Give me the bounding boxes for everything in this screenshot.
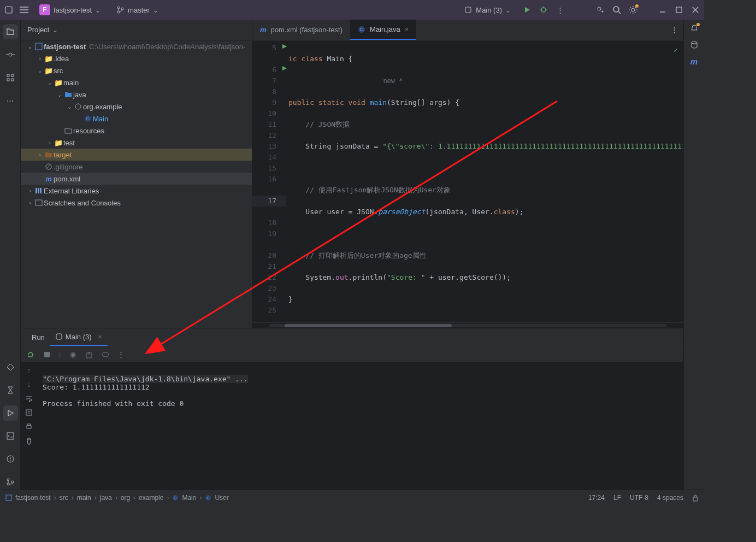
indent[interactable]: 4 spaces <box>657 494 683 502</box>
project-panel: Project ⌄fastjson-testC:\Users\whoami\De… <box>21 20 252 328</box>
crumb[interactable]: java <box>100 494 117 502</box>
svg-point-33 <box>10 460 11 461</box>
layout-icon[interactable] <box>101 350 110 359</box>
svg-marker-29 <box>8 410 13 416</box>
crumb[interactable]: example <box>139 494 169 502</box>
tree-item-package[interactable]: ⌄org.example <box>21 101 252 113</box>
down-icon[interactable]: ↓ <box>25 380 33 388</box>
code-body[interactable]: ic class Main { new * public static void… <box>286 40 683 322</box>
print-icon[interactable] <box>25 422 33 431</box>
project-tree[interactable]: ⌄fastjson-testC:\Users\whoami\Desktop\Co… <box>21 40 252 209</box>
terminal-tool-button[interactable] <box>3 428 18 444</box>
editor-more-icon[interactable]: ⋮ <box>671 26 678 34</box>
commit-tool-button[interactable] <box>3 47 18 62</box>
up-icon[interactable]: ↑ <box>25 366 33 374</box>
vcs-branch-selector[interactable]: master <box>111 4 163 16</box>
crumb[interactable]: main <box>77 494 97 502</box>
soft-wrap-icon[interactable] <box>25 394 33 403</box>
svg-rect-7 <box>465 7 471 13</box>
code-editor[interactable]: ✓ 5 6 78910111213141516 17 1819 20212223… <box>252 40 683 322</box>
horizontal-scrollbar[interactable] <box>252 322 683 328</box>
maven-tool-icon[interactable]: m <box>690 57 698 66</box>
tree-item-main[interactable]: ⌄📁main <box>21 76 252 89</box>
close-icon[interactable]: × <box>98 333 103 341</box>
maximize-icon[interactable] <box>675 5 683 14</box>
vcs-tool-button[interactable] <box>3 474 18 490</box>
svg-rect-37 <box>36 43 42 50</box>
project-selector[interactable]: F fastjson-test <box>35 3 105 17</box>
svg-rect-43 <box>36 188 37 193</box>
tab-pom[interactable]: mpom.xml (fastjson-test) <box>252 20 350 40</box>
run-tool-button[interactable] <box>3 405 18 421</box>
tree-item-resources[interactable]: resources <box>21 125 252 137</box>
svg-rect-56 <box>26 410 32 415</box>
search-icon[interactable] <box>612 5 621 14</box>
run-config-selector[interactable]: Main (3) <box>459 4 515 16</box>
debug-icon[interactable] <box>539 5 548 14</box>
crumb[interactable]: fastjson-test <box>15 494 56 502</box>
crumb[interactable]: org <box>121 494 135 502</box>
trash-icon[interactable] <box>25 437 33 445</box>
breadcrumbs[interactable]: fastjson-test src main java org example … <box>5 494 585 502</box>
settings-icon[interactable] <box>629 5 637 14</box>
scroll-to-end-icon[interactable] <box>25 408 33 417</box>
database-icon[interactable] <box>690 40 699 49</box>
svg-rect-0 <box>5 7 12 13</box>
crumb[interactable]: Main <box>182 494 202 502</box>
caret-position[interactable]: 17:24 <box>588 494 605 502</box>
tree-item-java[interactable]: ⌄java <box>21 89 252 101</box>
services-tool-button[interactable] <box>3 360 18 375</box>
status-bar: fastjson-test src main java org example … <box>0 490 704 505</box>
tree-item-pom[interactable]: mpom.xml <box>21 173 252 185</box>
structure-tool-button[interactable] <box>3 70 18 85</box>
tree-root[interactable]: ⌄fastjson-testC:\Users\whoami\Desktop\Co… <box>21 40 252 52</box>
app-menu-icon[interactable] <box>4 5 13 14</box>
stop-icon[interactable] <box>43 350 51 359</box>
tree-item-idea[interactable]: 📁.idea <box>21 52 252 64</box>
tree-item-gitignore[interactable]: .gitignore <box>21 161 252 173</box>
minimize-icon[interactable] <box>658 5 667 14</box>
tab-main-java[interactable]: CMain.java× <box>350 20 416 40</box>
build-tool-button[interactable] <box>3 382 18 398</box>
tree-item-test[interactable]: 📁test <box>21 137 252 149</box>
more-icon[interactable]: ⋮ <box>556 5 564 14</box>
problems-tool-button[interactable] <box>3 451 18 467</box>
run-panel: Run Main (3)× | ◉ ⋮ ↑ ↓ <box>21 328 683 490</box>
chevron-down-icon[interactable] <box>52 26 58 34</box>
branch-name: master <box>128 6 150 14</box>
svg-point-34 <box>7 479 9 481</box>
chevron-down-icon <box>95 6 101 14</box>
titlebar: F fastjson-test master Main (3) ⋮ <box>0 0 704 20</box>
more-tool-button[interactable]: ⋯ <box>3 93 18 108</box>
tree-item-src[interactable]: ⌄📁src <box>21 64 252 76</box>
run-output[interactable]: "C:\Program Files\Java\jdk-1.8\bin\java.… <box>37 362 683 490</box>
encoding[interactable]: UTF-8 <box>630 494 648 502</box>
project-tool-button[interactable] <box>3 24 18 39</box>
svg-text:C: C <box>207 496 210 500</box>
readonly-icon[interactable] <box>692 494 699 502</box>
code-with-me-icon[interactable] <box>596 5 605 14</box>
tree-item-ext-libs[interactable]: External Libraries <box>21 185 252 197</box>
run-icon[interactable] <box>523 5 531 14</box>
run-more-icon[interactable]: ⋮ <box>117 350 125 358</box>
line-ending[interactable]: LF <box>613 494 621 502</box>
svg-rect-45 <box>40 188 42 193</box>
tree-item-scratches[interactable]: Scratches and Consoles <box>21 197 252 209</box>
tab-close-icon[interactable]: × <box>405 25 409 33</box>
scrollbar-thumb[interactable] <box>285 324 452 327</box>
tree-item-target[interactable]: target <box>21 149 252 161</box>
gutter: 5 6 78910111213141516 17 1819 2021222324… <box>252 40 286 322</box>
rerun-icon[interactable] <box>26 350 35 359</box>
run-config-tab[interactable]: Main (3)× <box>50 328 108 346</box>
resources-folder-icon <box>63 127 73 134</box>
crumb[interactable]: src <box>60 494 74 502</box>
crumb[interactable]: User <box>215 494 228 502</box>
camera-icon[interactable]: ◉ <box>68 350 77 359</box>
hamburger-icon[interactable] <box>20 5 28 14</box>
svg-point-16 <box>631 8 635 11</box>
close-icon[interactable] <box>691 5 700 14</box>
run-exit-line: Process finished with exit code 0 <box>43 399 184 408</box>
notifications-icon[interactable] <box>690 24 699 33</box>
export-icon[interactable] <box>85 350 93 359</box>
tree-item-main-class[interactable]: CMain <box>21 113 252 125</box>
